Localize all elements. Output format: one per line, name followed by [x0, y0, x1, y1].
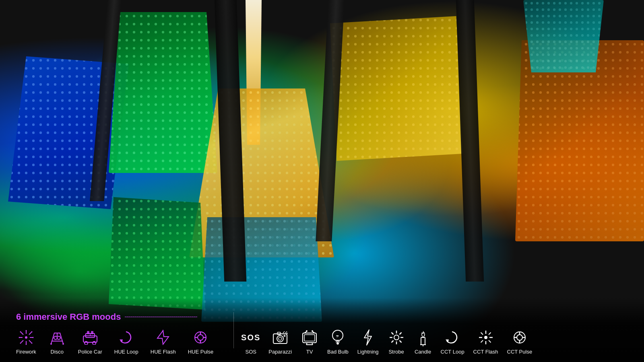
cct-loop-icon [444, 329, 461, 346]
mood-hue-flash[interactable]: HUE Flash [151, 329, 176, 355]
effect-bad-bulb[interactable]: Bad Bulb [327, 329, 349, 355]
svg-line-5 [21, 332, 23, 335]
section-divider [233, 312, 234, 348]
paparazzi-icon [271, 329, 289, 346]
effect-strobe[interactable]: Strobe [388, 329, 405, 355]
svg-point-34 [198, 335, 203, 340]
effect-cct-loop[interactable]: CCT Loop [441, 329, 464, 355]
svg-line-68 [399, 341, 401, 343]
svg-line-70 [391, 341, 393, 343]
bad-bulb-icon [329, 329, 347, 346]
svg-line-44 [283, 331, 285, 333]
tv-label: TV [306, 349, 313, 355]
svg-line-81 [489, 333, 491, 335]
svg-line-82 [481, 340, 483, 343]
hue-flash-label: HUE Flash [151, 349, 176, 355]
police-car-label: Police Car [78, 349, 102, 355]
panel-yellow [330, 16, 463, 161]
cct-pulse-icon [511, 329, 528, 346]
hue-flash-icon [154, 329, 172, 346]
svg-line-45 [285, 331, 287, 333]
svg-point-43 [284, 335, 286, 337]
moods-row: Firework Disco [16, 329, 213, 355]
hue-loop-label: HUE Loop [114, 349, 138, 355]
svg-marker-61 [364, 330, 372, 345]
rgb-title: 6 immersive RGB moods [16, 312, 213, 322]
lightning-label: Lightning [357, 349, 379, 355]
strobe-label: Strobe [388, 349, 404, 355]
mood-hue-loop[interactable]: HUE Loop [114, 329, 138, 355]
sos-label: SOS [246, 349, 256, 355]
effect-sos[interactable]: SOS SOS [242, 329, 260, 355]
cct-flash-label: CCT Flash [473, 349, 498, 355]
effect-tv[interactable]: TV [301, 329, 318, 355]
effect-lightning[interactable]: Lightning [357, 329, 379, 355]
disco-icon [48, 329, 66, 346]
svg-point-85 [517, 335, 522, 340]
svg-point-62 [394, 335, 399, 340]
cct-loop-label: CCT Loop [441, 349, 464, 355]
svg-line-67 [391, 333, 393, 335]
firework-icon [17, 329, 35, 346]
bottom-bar: 6 immersive RGB moods [0, 306, 644, 362]
svg-line-8 [21, 340, 23, 343]
cct-flash-icon [477, 329, 495, 346]
mood-disco[interactable]: Disco [48, 329, 66, 355]
svg-point-41 [279, 337, 282, 340]
svg-point-23 [62, 343, 64, 345]
effect-cct-pulse[interactable]: CCT Pulse [507, 329, 533, 355]
effects-row: SOS SOS P [242, 329, 532, 355]
svg-rect-71 [421, 337, 425, 345]
bad-bulb-label: Bad Bulb [327, 349, 349, 355]
effect-paparazzi[interactable]: Paparazzi [268, 329, 292, 355]
lightning-icon [359, 329, 377, 346]
svg-rect-29 [91, 331, 93, 334]
svg-point-11 [19, 337, 20, 338]
effect-candle[interactable]: Candle [414, 329, 432, 355]
panel-green-upper [109, 12, 217, 173]
cct-pulse-label: CCT Pulse [507, 349, 533, 355]
sos-icon: SOS [242, 329, 260, 346]
sos-text: SOS [241, 333, 260, 342]
rgb-moods-section: 6 immersive RGB moods [0, 312, 225, 355]
svg-point-15 [31, 331, 32, 333]
svg-line-69 [399, 333, 401, 335]
svg-point-10 [25, 344, 27, 345]
hue-pulse-icon [192, 329, 209, 346]
svg-line-80 [489, 340, 491, 343]
svg-point-13 [20, 331, 21, 333]
mood-hue-pulse[interactable]: HUE Pulse [188, 329, 214, 355]
svg-point-83 [484, 336, 487, 339]
svg-line-7 [29, 332, 31, 335]
tv-icon [301, 329, 318, 346]
svg-point-55 [306, 330, 308, 332]
candle-icon [414, 329, 432, 346]
svg-point-12 [32, 337, 33, 338]
svg-rect-48 [304, 335, 315, 341]
candle-label: Candle [415, 349, 431, 355]
strobe-icon [388, 329, 405, 346]
police-car-icon [81, 329, 99, 346]
mood-police-car[interactable]: Police Car [78, 329, 102, 355]
disco-label: Disco [51, 349, 64, 355]
svg-point-18 [57, 336, 60, 339]
paparazzi-label: Paparazzi [268, 349, 292, 355]
svg-point-40 [277, 335, 283, 342]
svg-point-17 [54, 336, 57, 339]
panel-teal-top-right [523, 0, 604, 72]
svg-line-46 [286, 333, 288, 334]
svg-line-6 [29, 340, 31, 343]
svg-point-9 [25, 330, 27, 331]
effect-cct-flash[interactable]: CCT Flash [473, 329, 498, 355]
svg-line-79 [481, 333, 483, 335]
firework-label: Firework [16, 349, 36, 355]
panel-green-lower [109, 197, 205, 310]
svg-point-14 [31, 343, 32, 344]
svg-point-22 [50, 343, 52, 345]
svg-point-16 [20, 343, 21, 344]
hue-pulse-label: HUE Pulse [188, 349, 214, 355]
hue-loop-icon [118, 329, 135, 346]
svg-rect-28 [87, 331, 89, 334]
svg-point-54 [312, 330, 313, 332]
mood-firework[interactable]: Firework [16, 329, 36, 355]
